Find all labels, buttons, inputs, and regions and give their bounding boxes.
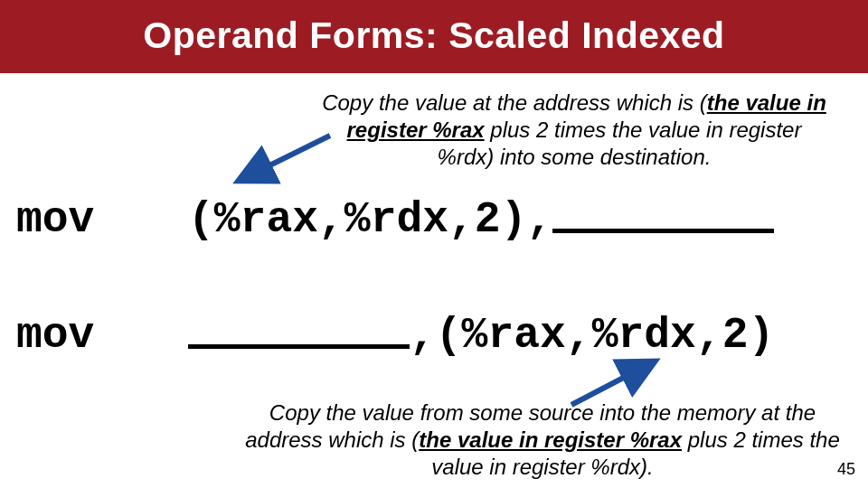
instruction-row-2: mov ,(%rax,%rdx,2) <box>16 307 774 360</box>
operand-1-left: (%rax,%rdx,2), <box>188 195 552 244</box>
caption-bottom-underline: the value in register %rax <box>419 427 682 452</box>
caption-top-post: plus 2 times the value in register %rdx)… <box>438 117 802 169</box>
operand-2-right: (%rax,%rdx,2) <box>436 311 774 360</box>
caption-top-pre: Copy the value at the address which is ( <box>322 90 707 115</box>
page-number: 45 <box>837 460 855 479</box>
mnemonic-2: mov <box>16 311 188 360</box>
blank-1 <box>552 192 774 233</box>
operands-1: (%rax,%rdx,2), <box>188 192 774 244</box>
blank-2 <box>188 307 410 349</box>
caption-top: Copy the value at the address which is (… <box>316 89 832 171</box>
operand-2-comma: , <box>410 311 436 360</box>
instruction-row-1: mov (%rax,%rdx,2), <box>16 192 774 244</box>
slide-title: Operand Forms: Scaled Indexed <box>0 0 868 73</box>
operands-2: ,(%rax,%rdx,2) <box>188 307 774 360</box>
mnemonic-1: mov <box>16 195 188 244</box>
caption-bottom: Copy the value from some source into the… <box>231 399 854 481</box>
